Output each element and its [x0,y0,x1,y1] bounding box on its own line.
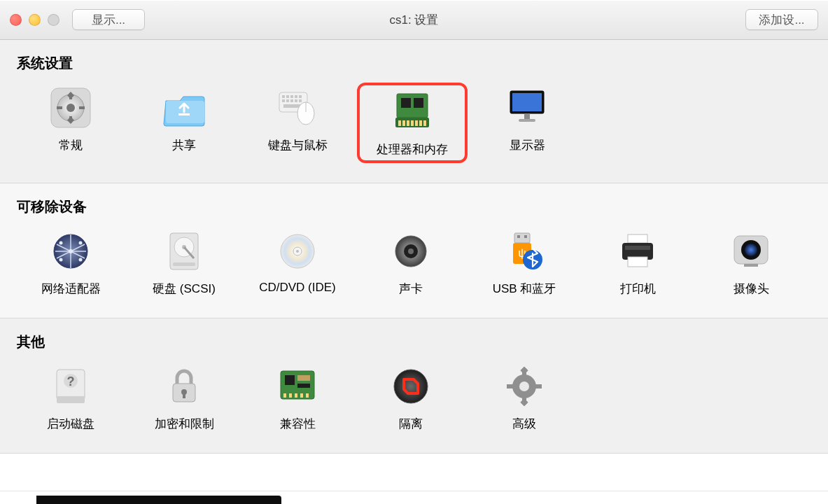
svg-rect-66 [625,246,650,250]
svg-rect-34 [411,120,414,126]
item-hard-disk[interactable]: 硬盘 (SCSI) [130,226,238,298]
svg-rect-37 [423,120,426,126]
section-other: 其他 ? 启动磁盘 加密和限制 [0,318,828,454]
svg-rect-84 [289,393,292,398]
item-cd-dvd[interactable]: CD/DVD (IDE) [244,226,351,298]
svg-rect-41 [519,119,535,122]
keyboard-mouse-icon [275,85,320,130]
item-compatibility[interactable]: 兼容性 [244,361,351,433]
show-button-label: 显示... [92,12,125,28]
item-label: 隔离 [399,416,423,432]
item-usb-bluetooth[interactable]: ψ USB 和蓝牙 [470,226,578,298]
svg-rect-5 [57,106,62,109]
item-keyboard-mouse[interactable]: 键盘与鼠标 [244,83,351,163]
svg-rect-29 [414,98,423,108]
svg-rect-18 [299,95,302,98]
item-label: 键盘与鼠标 [268,137,328,153]
svg-rect-67 [628,257,647,267]
item-cpu-memory[interactable]: 处理器和内存 [357,83,468,163]
item-label: CD/DVD (IDE) [259,281,336,295]
svg-point-57 [408,248,414,254]
svg-rect-39 [512,93,542,111]
svg-rect-81 [297,375,310,381]
item-label: 摄像头 [734,281,769,297]
svg-rect-12 [178,113,190,115]
add-device-button[interactable]: 添加设... [745,9,818,30]
svg-rect-15 [286,95,289,98]
svg-rect-32 [402,120,405,126]
item-display[interactable]: 显示器 [473,83,581,163]
advanced-gear-icon [502,364,547,409]
maximize-window[interactable] [48,14,59,26]
item-label: 显示器 [510,137,545,153]
add-device-button-label: 添加设... [759,12,804,28]
item-encryption[interactable]: 加密和限制 [130,361,238,433]
item-label: USB 和蓝牙 [493,281,556,297]
item-label: 共享 [172,137,196,153]
svg-rect-87 [306,393,309,398]
board-icon [275,364,320,409]
item-label: 兼容性 [280,416,316,432]
traffic-lights [10,14,59,26]
svg-rect-23 [299,99,302,102]
globe-network-icon [48,229,93,274]
item-isolation[interactable]: 隔离 [357,361,465,433]
svg-rect-86 [300,393,303,398]
item-label: 加密和限制 [155,416,214,432]
svg-point-44 [59,241,63,245]
svg-rect-64 [628,234,647,243]
svg-rect-82 [297,384,310,388]
item-boot-disk[interactable]: ? 启动磁盘 [17,361,125,433]
item-label: 启动磁盘 [47,416,94,432]
monitor-icon [505,85,549,130]
item-advanced[interactable]: 高级 [470,361,578,433]
item-label: 硬盘 (SCSI) [153,281,216,297]
close-window[interactable] [10,14,22,26]
svg-rect-83 [283,393,286,398]
svg-point-70 [745,244,757,256]
camera-icon [729,229,773,274]
section-heading: 可移除设备 [17,197,811,216]
decorative-bar [36,496,281,504]
item-label: 常规 [59,137,83,153]
svg-point-2 [66,104,75,112]
svg-rect-93 [535,384,542,388]
show-button[interactable]: 显示... [72,9,145,30]
folder-share-icon [162,85,206,130]
item-label: 打印机 [620,281,656,297]
section-heading: 系统设置 [17,54,811,73]
svg-rect-28 [401,98,411,108]
disc-icon [275,229,320,274]
hdd-icon [162,229,206,274]
item-printer[interactable]: 打印机 [584,226,692,298]
gear-icon [48,85,93,130]
svg-text:?: ? [67,374,75,388]
svg-rect-31 [398,120,401,126]
printer-icon [615,229,660,274]
bottom-strip [0,491,828,504]
item-sound[interactable]: 声卡 [357,226,465,298]
svg-point-88 [394,370,428,403]
item-network-adapter[interactable]: 网络适配器 [17,226,125,298]
svg-rect-21 [290,99,293,102]
svg-rect-75 [57,396,85,403]
svg-rect-51 [173,262,195,266]
item-label: 处理器和内存 [377,141,448,158]
svg-point-98 [519,382,529,391]
svg-rect-6 [79,106,85,109]
removable-devices-grid: 网络适配器 硬盘 (SCSI) [17,226,811,298]
minimize-window[interactable] [29,14,41,26]
svg-rect-36 [419,120,422,126]
titlebar: 显示... cs1: 设置 添加设... [0,0,828,40]
usb-bluetooth-icon: ψ [502,229,547,274]
lock-icon [162,364,206,409]
cpu-memory-icon [390,90,435,134]
item-sharing[interactable]: 共享 [130,83,238,163]
svg-point-43 [69,249,73,253]
svg-rect-20 [286,99,289,102]
svg-point-46 [59,258,63,262]
item-general[interactable]: 常规 [17,83,125,163]
item-camera[interactable]: 摄像头 [697,226,805,298]
svg-rect-60 [524,235,527,238]
svg-rect-85 [295,393,297,398]
